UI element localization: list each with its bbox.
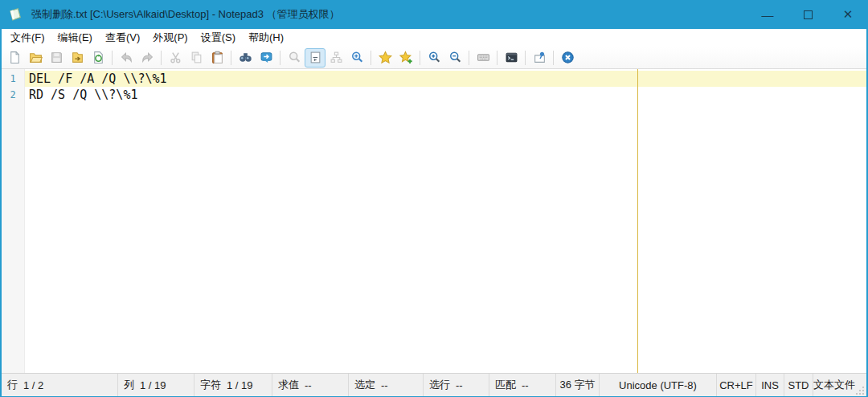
status-character-value: 1 / 19 (227, 379, 253, 391)
toolbar-separator (497, 51, 497, 65)
menu-edit[interactable]: 编辑(E) (51, 29, 99, 47)
menu-settings[interactable]: 设置(S) (194, 29, 242, 47)
status-selection-value: -- (381, 379, 388, 391)
notepad3-window: 强制删除.txt [C:\Users\Alkaid\Desktop] - Not… (0, 0, 868, 397)
redo-button[interactable] (137, 48, 158, 68)
line-number-gutter[interactable]: 1 2 (2, 69, 25, 373)
replace-icon (260, 51, 273, 64)
replace-button[interactable] (256, 48, 276, 68)
status-encoding-value: Unicode (UTF-8) (619, 379, 697, 391)
pin-document-button[interactable] (529, 48, 550, 68)
status-selected-lines: 选行 -- (424, 374, 489, 396)
status-insert-mode[interactable]: INS (756, 374, 784, 396)
note-page-icon (8, 7, 23, 22)
favorites-star-icon (379, 51, 392, 64)
menu-file[interactable]: 文件(F) (4, 29, 51, 47)
toolbar-separator (420, 51, 420, 65)
code-line-1[interactable]: DEL /F /A /Q \\?\%1 (25, 71, 866, 87)
status-selected-lines-label: 选行 (429, 378, 450, 392)
status-file-type-value: 文本文件 (813, 378, 855, 392)
menu-bar: 文件(F) 编辑(E) 查看(V) 外观(P) 设置(S) 帮助(H) (2, 29, 866, 47)
browse-folder-button[interactable] (67, 48, 88, 68)
status-column-label: 列 (124, 378, 134, 392)
toolbar-separator (553, 51, 554, 65)
paste-icon (211, 51, 224, 64)
copy-button[interactable] (186, 48, 207, 68)
cut-button[interactable] (165, 48, 186, 68)
menu-view[interactable]: 查看(V) (99, 29, 146, 47)
console-button[interactable] (501, 48, 522, 68)
undo-icon (120, 51, 133, 64)
find-icon (239, 51, 252, 64)
status-file-type[interactable]: 文本文件 (813, 374, 855, 396)
toolbar-separator (280, 51, 280, 65)
status-bar: 行 1 / 2 列 1 / 19 字符 1 / 19 求值 -- 选定 -- 选… (2, 373, 866, 396)
menu-appearance[interactable]: 外观(P) (146, 29, 194, 47)
status-line: 行 1 / 2 (2, 374, 118, 396)
status-eol-mode[interactable]: CR+LF (717, 374, 756, 396)
long-line-marker (637, 69, 638, 373)
resize-grip-icon (856, 386, 865, 395)
console-icon (505, 51, 518, 64)
paste-button[interactable] (207, 48, 227, 68)
toolbar-separator (525, 51, 526, 65)
toolbar-separator (469, 51, 469, 65)
undo-button[interactable] (116, 48, 137, 68)
add-favorite-icon (399, 51, 413, 64)
add-favorite-button[interactable] (395, 48, 416, 68)
line-number[interactable]: 1 (2, 71, 24, 87)
indent-guides-button[interactable] (326, 48, 346, 68)
word-wrap-button[interactable] (305, 48, 326, 68)
status-character-label: 字符 (200, 378, 221, 392)
zoom-in-button[interactable] (424, 48, 444, 68)
browse-folder-icon (71, 51, 84, 64)
zoom-in-icon (428, 51, 441, 64)
maximize-icon (804, 10, 813, 19)
menu-help[interactable]: 帮助(H) (242, 29, 290, 47)
zoom-out-button[interactable] (444, 48, 465, 68)
editor-area[interactable]: 1 2 DEL /F /A /Q \\?\%1 RD /S /Q \\?\%1 (2, 69, 866, 373)
save-button[interactable] (46, 48, 67, 68)
line-number[interactable]: 2 (2, 87, 24, 103)
text-content[interactable]: DEL /F /A /Q \\?\%1 RD /S /Q \\?\%1 (25, 69, 866, 373)
zoom-out-icon (448, 51, 462, 64)
code-folding-button[interactable] (346, 48, 367, 68)
find-button[interactable] (235, 48, 256, 68)
open-folder-button[interactable] (25, 48, 46, 68)
status-eval-value: -- (305, 379, 312, 391)
maximize-button[interactable] (788, 0, 828, 29)
toolbar-separator (371, 51, 371, 65)
close-button[interactable]: ✕ (828, 0, 868, 29)
code-line-2[interactable]: RD /S /Q \\?\%1 (25, 87, 866, 103)
reload-file-button[interactable] (88, 48, 108, 68)
status-eval: 求值 -- (272, 374, 349, 396)
zoom-view-button[interactable] (284, 48, 305, 68)
reload-file-icon (92, 51, 105, 64)
word-wrap-icon (309, 51, 322, 64)
toolbar-separator (231, 51, 231, 65)
new-file-icon (8, 51, 22, 64)
status-line-label: 行 (7, 378, 18, 392)
status-bytes-value: 36 字节 (559, 378, 595, 392)
status-std-mode[interactable]: STD (784, 374, 813, 396)
char-grid-button[interactable] (473, 48, 493, 68)
status-selection: 选定 -- (349, 374, 424, 396)
favorites-button[interactable] (375, 48, 395, 68)
resize-grip[interactable] (855, 374, 866, 396)
char-grid-icon (477, 51, 490, 64)
minimize-button[interactable]: — (747, 0, 788, 29)
toolbar-separator (161, 51, 162, 65)
toolbar-separator (112, 51, 113, 65)
notepad3-app-icon[interactable] (8, 6, 24, 23)
status-encoding[interactable]: Unicode (UTF-8) (600, 374, 717, 396)
title-bar[interactable]: 强制删除.txt [C:\Users\Alkaid\Desktop] - Not… (0, 0, 868, 29)
status-matches-value: -- (522, 379, 529, 391)
exit-button[interactable] (557, 48, 578, 68)
status-matches: 匹配 -- (489, 374, 556, 396)
status-line-value: 1 / 2 (23, 379, 43, 391)
status-eval-label: 求值 (278, 378, 299, 392)
window-title: 强制删除.txt [C:\Users\Alkaid\Desktop] - Not… (31, 7, 340, 22)
redo-icon (141, 51, 154, 64)
new-file-button[interactable] (4, 48, 25, 68)
status-ins-value: INS (761, 379, 779, 391)
